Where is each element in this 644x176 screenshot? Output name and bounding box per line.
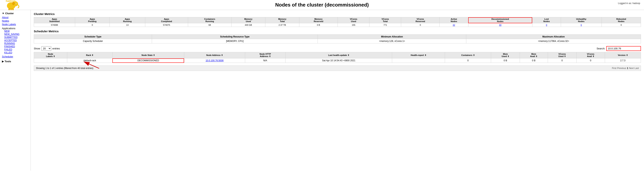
- hadoop-logo-svg: hadoop: [4, 0, 27, 10]
- scheduler-metrics-table: Scheduler Type Scheduling Resource Type …: [34, 34, 641, 44]
- pagination-next[interactable]: Next: [629, 67, 634, 70]
- page-header: hadoop Nodes of the cluster (decommissio…: [0, 0, 644, 10]
- pagination-previous[interactable]: Previous: [617, 67, 626, 70]
- col-lost-nodes: LostNodes: [532, 17, 561, 23]
- unhealthy-nodes-link[interactable]: 0: [580, 24, 582, 26]
- col-apps-completed: AppsCompleted: [145, 17, 188, 23]
- col-minimum-allocation: Minimum Allocation: [318, 34, 466, 39]
- scheduler-metrics-header-row: Scheduler Type Scheduling Resource Type …: [34, 34, 641, 39]
- search-input[interactable]: [606, 46, 641, 51]
- col-rack: Rack ⇕: [67, 52, 112, 58]
- val-scheduler-type: Capacity Scheduler: [34, 39, 152, 44]
- col-apps-pending: AppsPending: [75, 17, 110, 23]
- col-active-nodes: ActiveNodes: [440, 17, 468, 23]
- col-health-report: Health-report ⇕: [392, 52, 445, 58]
- sidebar-item-new-saving[interactable]: NEW_SAVING: [4, 33, 29, 36]
- val-vcores-reserved: 0: [401, 23, 440, 27]
- pagination-first[interactable]: First: [612, 67, 616, 70]
- entries-label: entries: [52, 47, 60, 50]
- sidebar-item-submitted[interactable]: SUBMITTED: [4, 36, 29, 38]
- active-nodes-link[interactable]: 32: [453, 24, 455, 26]
- val-vcores-avail: 0: [576, 58, 605, 63]
- pagination-1[interactable]: 1: [627, 67, 628, 70]
- val-scheduling-resource-type: [MEMORY, CPU]: [152, 39, 318, 44]
- cluster-label: Cluster: [5, 12, 14, 15]
- arrow-svg: [80, 60, 103, 69]
- cluster-section-header[interactable]: ▼ Cluster: [2, 12, 29, 15]
- applications-nav: Applications NEW NEW_SAVING SUBMITTED AC…: [2, 27, 29, 54]
- val-mem-avail: 0 B: [520, 58, 548, 63]
- val-health-report: [392, 58, 445, 63]
- val-apps-pending: 0: [75, 23, 110, 27]
- val-node-state: DECOMMISSIONED: [112, 58, 184, 63]
- sidebar-item-nodes[interactable]: Nodes: [2, 20, 29, 22]
- sidebar-item-scheduler[interactable]: Scheduler: [2, 55, 29, 58]
- svg-rect-7: [12, 8, 14, 10]
- lost-nodes-link[interactable]: 0: [546, 24, 547, 26]
- sidebar-item-finished[interactable]: FINISHED: [4, 45, 29, 48]
- col-apps-running: AppsRunning: [110, 17, 145, 23]
- val-memory-used: 449 GB: [231, 23, 265, 27]
- search-label: Search:: [596, 47, 605, 50]
- val-unhealthy-nodes: 0: [561, 23, 602, 27]
- entries-select[interactable]: 20 50 100: [41, 46, 51, 51]
- col-node-http-address: Node HTTPAddress ⇕: [245, 52, 286, 58]
- sidebar-item-about[interactable]: About: [2, 16, 29, 19]
- col-memory-used: MemoryUsed: [231, 17, 265, 23]
- decommissioned-nodes-link[interactable]: 40: [499, 24, 502, 26]
- tools-label: Tools: [4, 60, 11, 63]
- col-maximum-allocation: Maximum Allocation: [466, 34, 641, 39]
- col-unhealthy-nodes: UnhealthyNodes: [561, 17, 602, 23]
- col-scheduler-type: Scheduler Type: [34, 34, 152, 39]
- val-apps-submitted: 574088: [34, 23, 75, 27]
- tools-section-header[interactable]: ▶ Tools: [2, 60, 29, 63]
- val-memory-total: 2.37 TB: [265, 23, 299, 27]
- cluster-metrics-values-row: 574088 0 13 574075 68 449 GB 2.37 TB 0 B…: [34, 23, 641, 27]
- col-containers-running: ContainersRunning: [188, 17, 232, 23]
- val-maximum-allocation: <memory:117964, vCores:32>: [466, 39, 641, 44]
- val-vcores-total: 771: [370, 23, 401, 27]
- sidebar-item-node-labels[interactable]: Node Labels: [2, 23, 29, 26]
- svg-rect-6: [10, 8, 12, 10]
- col-rebooted-nodes: RebootedNodes: [602, 17, 641, 23]
- col-decommissioned-nodes: DecommissionedNodes: [468, 17, 532, 23]
- col-node-address: Node Address ⇕: [184, 52, 245, 58]
- col-version: Version ⇕: [605, 52, 641, 58]
- login-info: Logged in as: hadoop: [618, 2, 640, 4]
- val-containers: 0: [445, 58, 491, 63]
- sidebar-item-running[interactable]: RUNNING: [4, 42, 29, 45]
- val-minimum-allocation: <memory:128, vCores:1>: [318, 39, 466, 44]
- col-mem-avail: MemAvail ⇕: [520, 52, 548, 58]
- val-memory-reserved: 0 B: [299, 23, 338, 27]
- val-node-address: 10.0.100.76:5006: [184, 58, 245, 63]
- sidebar-item-failed[interactable]: FAILED: [4, 48, 29, 51]
- col-mem-used: MemUsed ⇕: [491, 52, 520, 58]
- show-entries: Show 20 50 100 entries: [34, 46, 60, 51]
- nodes-table-header-row: NodeLabels ⇕ Rack ⇕ Node State ⇕ Node Ad…: [34, 52, 641, 58]
- sidebar-item-new[interactable]: NEW: [4, 30, 29, 32]
- col-vcores-avail: VCoresAvail ⇕: [576, 52, 605, 58]
- page-title: Nodes of the cluster (decommissioned): [275, 2, 369, 8]
- main-layout: ▼ Cluster About Nodes Node Labels Applic…: [0, 10, 644, 170]
- pagination: First Previous 1 Next Last: [612, 67, 639, 70]
- col-containers: Containers ⇕: [445, 52, 491, 58]
- col-memory-reserved: MemoryReserved: [299, 17, 338, 23]
- node-address-link[interactable]: 10.0.100.76:5006: [206, 59, 224, 62]
- svg-rect-5: [8, 8, 10, 10]
- nodes-table: NodeLabels ⇕ Rack ⇕ Node State ⇕ Node Ad…: [34, 52, 641, 63]
- show-label: Show: [34, 47, 40, 50]
- sidebar-item-killed[interactable]: KILLED: [4, 51, 29, 54]
- col-scheduling-resource-type: Scheduling Resource Type: [152, 34, 318, 39]
- col-vcores-reserved: VCoresReserved: [401, 17, 440, 23]
- pagination-last[interactable]: Last: [634, 67, 639, 70]
- val-decommissioned-nodes: 40: [468, 23, 532, 27]
- nodes-table-container: NodeLabels ⇕ Rack ⇕ Node State ⇕ Node Ad…: [34, 52, 641, 63]
- cluster-nav: About Nodes Node Labels: [2, 16, 29, 26]
- col-vcores-used: VCoresUsed: [338, 17, 370, 23]
- sidebar-item-accepted[interactable]: ACCEPTED: [4, 39, 29, 42]
- col-apps-submitted: AppsSubmitted: [34, 17, 75, 23]
- table-footer: Showing 1 to 1 of 1 entries (filtered fr…: [34, 66, 641, 71]
- val-node-http-address: N/A: [245, 58, 286, 63]
- search-box-wrap: Search:: [596, 46, 641, 51]
- val-last-health-update: Sat Apr 10 14:54:43 +0800 2021: [285, 58, 392, 63]
